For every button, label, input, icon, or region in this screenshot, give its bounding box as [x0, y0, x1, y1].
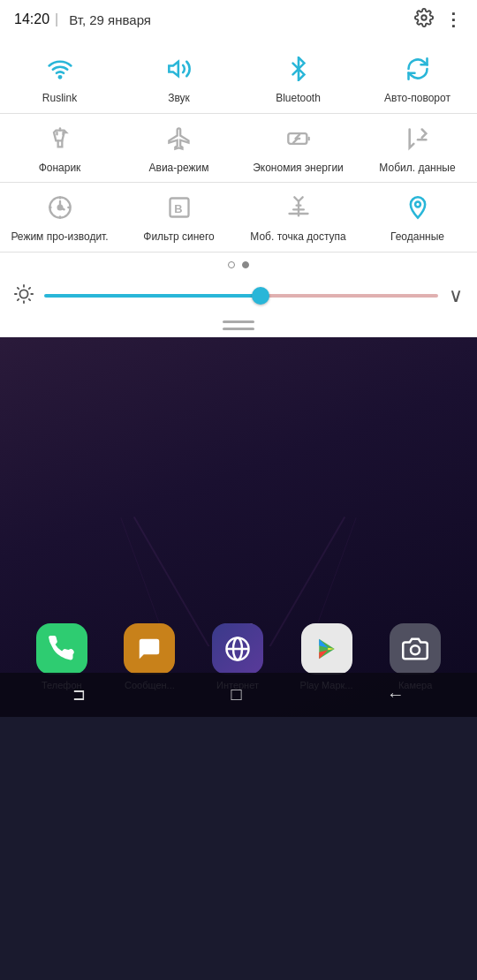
status-date: Вт, 29 января: [69, 12, 151, 27]
qs-wifi-label: Ruslink: [42, 92, 77, 106]
autorotate-icon: [405, 57, 430, 85]
qs-sound-label: Звук: [168, 92, 190, 106]
phone-app-icon: [36, 623, 87, 675]
svg-line-21: [18, 299, 19, 300]
internet-app-icon: [212, 623, 263, 675]
svg-point-1: [58, 76, 60, 78]
svg-point-14: [19, 290, 27, 298]
airplane-icon: [167, 126, 192, 155]
svg-point-0: [421, 15, 427, 20]
qs-bluetooth-label: Bluetooth: [276, 92, 321, 106]
quick-settings-panel: Ruslink Звук Bluetooth: [0, 39, 477, 337]
qs-row-2: Фонарик Авиа-режим Экономия: [0, 117, 477, 184]
qs-performance-label: Режим про-изводит.: [11, 230, 108, 245]
hotspot-icon: [286, 195, 311, 223]
handle-bar-1: [223, 320, 254, 323]
qs-location[interactable]: Геоданные: [358, 186, 477, 253]
qs-sound[interactable]: Звук: [119, 48, 238, 114]
recent-apps-button[interactable]: ⊏: [72, 685, 86, 705]
qs-bluefilter-label: Фильтр синего: [143, 230, 214, 245]
qs-hotspot-label: Моб. точка доступа: [250, 230, 345, 245]
svg-text:B: B: [174, 202, 182, 215]
qs-mobiledata-label: Мобил. данные: [379, 162, 455, 176]
back-button[interactable]: ←: [387, 684, 405, 705]
qs-battery[interactable]: Экономия энергии: [238, 117, 358, 184]
location-icon: [405, 195, 430, 223]
svg-point-26: [411, 645, 420, 654]
status-icons: ⋮: [414, 8, 463, 32]
qs-hotspot[interactable]: Моб. точка доступа: [238, 186, 358, 253]
qs-bluetooth[interactable]: Bluetooth: [238, 48, 358, 114]
qs-mobiledata[interactable]: Мобил. данные: [358, 117, 477, 184]
brightness-track[interactable]: [44, 294, 438, 298]
svg-point-10: [57, 206, 62, 210]
camera-app-icon: [390, 623, 441, 675]
page-dot-2[interactable]: [242, 261, 249, 268]
status-bar: 14:20 | Вт, 29 января ⋮: [0, 0, 477, 39]
sound-icon: [167, 57, 192, 85]
bluefilter-icon: B: [167, 195, 192, 223]
page-dots: [0, 253, 477, 277]
qs-airplane-label: Авиа-режим: [149, 162, 209, 176]
flashlight-icon: [48, 126, 72, 155]
drag-handle[interactable]: [0, 317, 477, 337]
qs-location-label: Геоданные: [390, 230, 444, 245]
svg-marker-2: [169, 62, 178, 76]
brightness-thumb[interactable]: [252, 287, 269, 305]
handle-bar-2: [223, 328, 254, 330]
brightness-icon: [14, 284, 34, 308]
status-separator: |: [55, 11, 58, 27]
mobiledata-icon: [405, 126, 430, 155]
qs-bluefilter[interactable]: B Фильтр синего: [119, 186, 238, 253]
messages-app-icon: [124, 623, 175, 675]
qs-flashlight[interactable]: Фонарик: [0, 117, 119, 184]
qs-flashlight-label: Фонарик: [39, 162, 81, 176]
home-button[interactable]: □: [231, 684, 241, 705]
qs-autorotate[interactable]: Авто-поворот: [358, 48, 477, 114]
settings-icon[interactable]: [414, 8, 434, 32]
status-time: 14:20: [14, 11, 49, 27]
brightness-expand-button[interactable]: ∨: [449, 284, 463, 307]
bluetooth-icon: [286, 57, 311, 85]
qs-wifi[interactable]: Ruslink: [0, 48, 119, 114]
qs-airplane[interactable]: Авиа-режим: [119, 117, 238, 184]
qs-performance[interactable]: Режим про-изводит.: [0, 186, 119, 253]
qs-autorotate-label: Авто-поворот: [384, 92, 450, 106]
wifi-icon: [48, 57, 72, 85]
brightness-row: ∨: [0, 277, 477, 317]
qs-row-3: Режим про-изводит. B Фильтр синего: [0, 186, 477, 253]
svg-line-17: [18, 288, 19, 289]
svg-point-13: [415, 202, 420, 207]
page-dot-1[interactable]: [228, 261, 235, 268]
svg-line-18: [29, 299, 30, 300]
playstore-app-icon: [301, 623, 352, 675]
qs-battery-label: Экономия энергии: [253, 162, 344, 176]
homescreen: Телефон Сообщен... Интернет: [0, 337, 477, 717]
more-options-icon[interactable]: ⋮: [444, 9, 463, 30]
battery-icon: [286, 126, 311, 155]
performance-icon: [48, 195, 72, 223]
qs-row-1: Ruslink Звук Bluetooth: [0, 48, 477, 114]
nav-bar: ⊏ □ ←: [0, 673, 477, 717]
svg-line-22: [29, 288, 30, 289]
